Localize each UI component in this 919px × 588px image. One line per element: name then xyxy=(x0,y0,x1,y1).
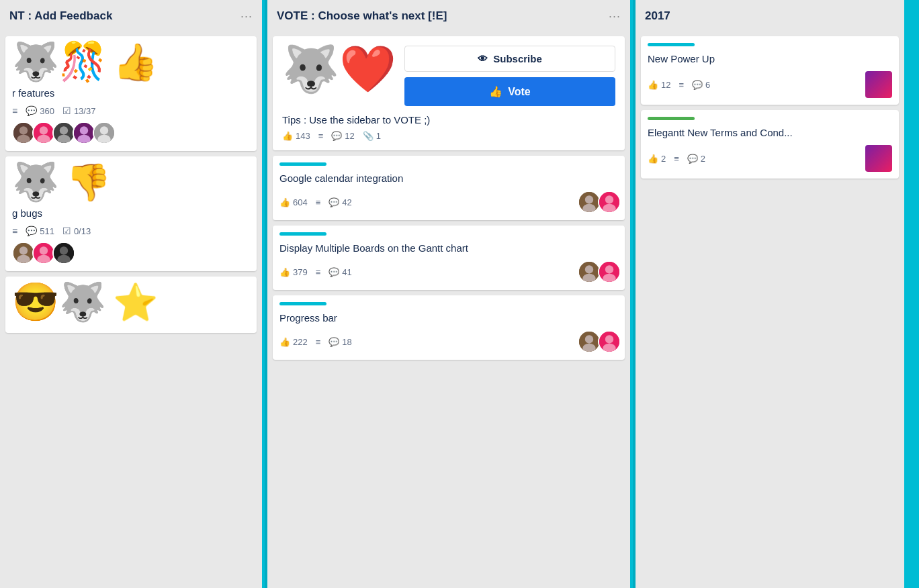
gantt-title: Display Multiple Boards on the Gantt cha… xyxy=(279,241,618,255)
progress-comment-icon: 💬 xyxy=(329,337,339,347)
column-left-menu-icon[interactable]: ··· xyxy=(240,9,253,23)
svg-point-26 xyxy=(582,204,595,213)
meta-comments-bugs: 💬 511 xyxy=(26,226,54,236)
svg-point-41 xyxy=(603,344,615,353)
wolf-party-emoji: 🐺🎊 xyxy=(12,43,106,81)
svg-point-31 xyxy=(585,265,593,273)
svg-point-17 xyxy=(17,255,30,264)
terms-meta: 👍 2 ≡ 💬 2 xyxy=(648,154,705,164)
gantt-meta: 👍 379 ≡ 💬 41 xyxy=(279,267,352,277)
svg-point-29 xyxy=(603,204,615,213)
power-up-list: ≡ xyxy=(679,80,684,90)
eye-icon: 👁 xyxy=(478,53,488,64)
hero-wolf-emoji: 🐺❤️ xyxy=(282,46,396,91)
hero-meta: 👍 143 ≡ 💬 12 📎 1 xyxy=(282,131,615,141)
list-hero-icon: ≡ xyxy=(318,131,324,141)
hero-attachments: 📎 1 xyxy=(363,131,381,141)
svg-point-19 xyxy=(40,246,48,254)
list-icon: ≡ xyxy=(12,105,17,116)
svg-point-5 xyxy=(37,135,50,144)
right-background xyxy=(904,0,919,588)
checklist-icon-bugs: ☑ xyxy=(62,226,71,236)
card-star-images: 😎🐺 ⭐ xyxy=(12,283,250,321)
thumbs-up-emoji: 👍 xyxy=(113,44,158,80)
power-up-comments: 💬 6 xyxy=(692,80,710,90)
avatar-1 xyxy=(12,121,35,144)
svg-point-20 xyxy=(37,255,50,264)
svg-point-22 xyxy=(60,246,68,254)
thumbs-up-icon: 👍 xyxy=(282,131,293,141)
avatar-bugs-2 xyxy=(32,242,55,264)
card-progress[interactable]: Progress bar 👍 222 ≡ 💬 xyxy=(273,295,625,360)
progress-comments: 💬 18 xyxy=(329,337,351,347)
card-star[interactable]: 😎🐺 ⭐ xyxy=(5,277,257,333)
gantt-avatar-1 xyxy=(578,260,601,283)
card-bugs-images: 🐺 👎 xyxy=(12,163,250,201)
vote-thumb-icon: 👍 xyxy=(489,85,502,98)
hero-top: 🐺❤️ 👁 Subscribe 👍 Vote xyxy=(282,46,615,106)
card-terms[interactable]: Elegantt New Terms and Cond... 👍 2 ≡ 💬 2 xyxy=(641,110,899,179)
power-up-comment-count: 6 xyxy=(705,80,710,90)
hero-actions: 👁 Subscribe 👍 Vote xyxy=(404,46,615,106)
avatar-5 xyxy=(93,121,116,144)
card-features-meta: ≡ 💬 360 ☑ 13/37 xyxy=(12,105,250,116)
terms-comment-count: 2 xyxy=(701,154,705,164)
gcal-meta: 👍 604 ≡ 💬 42 xyxy=(279,197,352,207)
subscribe-button[interactable]: 👁 Subscribe xyxy=(404,46,615,72)
column-middle-menu-icon[interactable]: ··· xyxy=(609,9,621,23)
card-features-images: 🐺🎊 👍 xyxy=(12,43,250,81)
subscribe-label: Subscribe xyxy=(493,53,542,64)
checklist-count-bugs: 0/13 xyxy=(74,226,91,236)
gcal-title: Google calendar integration xyxy=(279,171,618,185)
column-middle-title: VOTE : Choose what's next [!E] xyxy=(277,9,447,23)
avatar-2 xyxy=(32,121,55,144)
power-up-thumbs-icon: 👍 xyxy=(648,80,658,90)
terms-comment-icon: 💬 xyxy=(687,154,698,164)
gcal-like-count: 604 xyxy=(293,197,308,207)
progress-list: ≡ xyxy=(316,337,321,347)
column-left-body: 🐺🎊 👍 r features ≡ 💬 360 ☑ 13/37 xyxy=(0,32,262,588)
card-gantt[interactable]: Display Multiple Boards on the Gantt cha… xyxy=(273,226,625,290)
svg-point-32 xyxy=(582,274,595,283)
wolf-emoji: 🐺 xyxy=(12,163,59,201)
card-bugs[interactable]: 🐺 👎 g bugs ≡ 💬 511 ☑ 0/13 xyxy=(5,156,257,271)
board-container: NT : Add Feedback ··· 🐺🎊 👍 r features ≡ … xyxy=(0,0,919,588)
power-up-list-icon: ≡ xyxy=(679,80,684,90)
terms-likes: 👍 2 xyxy=(648,154,666,164)
terms-badge xyxy=(865,145,892,172)
gantt-likes: 👍 379 xyxy=(279,267,308,277)
comment-hero-icon: 💬 xyxy=(331,131,342,141)
comment-icon-bugs: 💬 xyxy=(26,226,37,236)
progress-title: Progress bar xyxy=(279,311,618,325)
column-right: 2017 New Power Up 👍 12 ≡ xyxy=(636,0,904,588)
gantt-comment-count: 41 xyxy=(342,267,351,277)
gcal-list: ≡ xyxy=(316,197,321,207)
progress-list-icon: ≡ xyxy=(316,337,321,347)
avatar-4 xyxy=(73,121,95,144)
card-power-up[interactable]: New Power Up 👍 12 ≡ 💬 6 xyxy=(641,36,899,105)
middle-body-wrapper: 🐺❤️ 👁 Subscribe 👍 Vote Tip xyxy=(267,32,630,588)
svg-point-28 xyxy=(605,195,613,203)
comment-icon: 💬 xyxy=(26,105,37,116)
hero-list: ≡ xyxy=(318,131,324,141)
power-up-meta: 👍 12 ≡ 💬 6 xyxy=(648,80,710,90)
card-features-title: r features xyxy=(12,86,250,100)
progress-thumbs-icon: 👍 xyxy=(279,337,290,347)
terms-thumbs-icon: 👍 xyxy=(648,154,658,164)
svg-point-38 xyxy=(582,344,595,353)
gcal-comment-icon: 💬 xyxy=(329,197,339,207)
meta-checklist-bugs: ☑ 0/13 xyxy=(62,226,91,236)
power-up-like-count: 12 xyxy=(661,80,670,90)
gcal-bottom: 👍 604 ≡ 💬 42 xyxy=(279,191,618,213)
svg-point-34 xyxy=(605,265,613,273)
card-gcal[interactable]: Google calendar integration 👍 604 ≡ xyxy=(273,156,625,220)
thumbs-down-emoji: 👎 xyxy=(66,164,111,200)
wolf-sunglasses-emoji: 😎🐺 xyxy=(12,283,106,321)
vote-button[interactable]: 👍 Vote xyxy=(404,77,615,106)
svg-point-35 xyxy=(603,274,615,283)
hero-card[interactable]: 🐺❤️ 👁 Subscribe 👍 Vote Tip xyxy=(273,36,625,150)
progress-avatar-2 xyxy=(598,330,621,353)
gcal-avatar-2 xyxy=(598,191,621,213)
card-features[interactable]: 🐺🎊 👍 r features ≡ 💬 360 ☑ 13/37 xyxy=(5,36,257,151)
power-up-title: New Power Up xyxy=(648,52,892,66)
